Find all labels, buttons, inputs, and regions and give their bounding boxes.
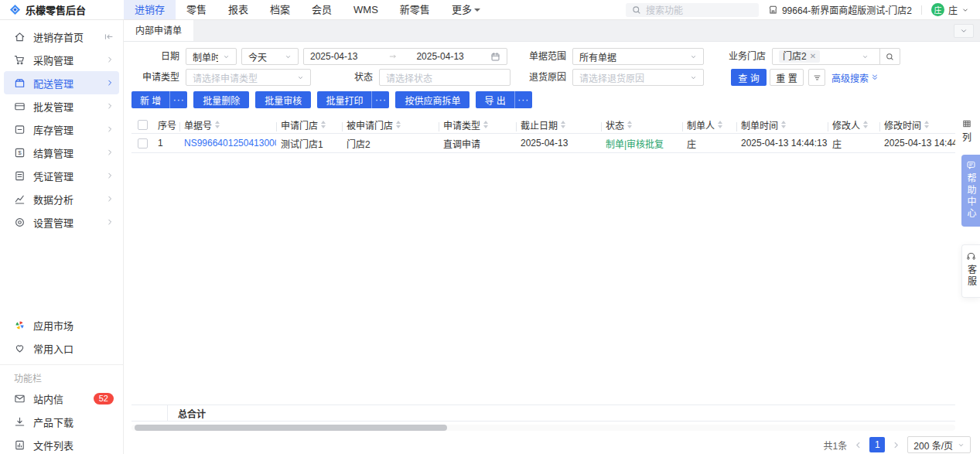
add-more-button[interactable]: ···: [169, 91, 187, 108]
split-by-supplier-button[interactable]: 按供应商拆单: [395, 91, 470, 108]
export-button[interactable]: 导 出: [476, 91, 514, 108]
summary-lead-cell: [131, 405, 168, 421]
status-input[interactable]: 请选择状态: [379, 69, 510, 86]
apply-type-select[interactable]: 请选择申请类型: [186, 69, 311, 86]
add-button[interactable]: 新 增: [131, 91, 169, 108]
col-header-modifier[interactable]: 修改人: [828, 118, 879, 131]
chevron-right-icon: [106, 148, 114, 156]
collapse-sidebar-icon[interactable]: [104, 32, 114, 42]
batch-audit-button[interactable]: 批量审核: [255, 91, 311, 108]
sidebar-item-distribution[interactable]: 配送管理: [4, 71, 119, 94]
nav-item-retail[interactable]: 零售: [176, 0, 217, 19]
sidebar-item-settings[interactable]: 设置管理: [0, 210, 123, 234]
col-header-apply-type[interactable]: 申请类型: [439, 118, 516, 131]
sidebar-item-product-download[interactable]: 产品下载: [0, 410, 123, 433]
col-header-doc-no[interactable]: 单据号: [179, 118, 276, 131]
table-row[interactable]: 1 NS99664012504130001 测试门店1 门店2 直调申请 202…: [131, 133, 955, 153]
col-header-status[interactable]: 状态: [601, 118, 682, 131]
prev-page-button[interactable]: [854, 441, 862, 449]
advanced-search-link[interactable]: 高级搜索: [831, 69, 879, 86]
search-input[interactable]: 搜索功能: [626, 3, 759, 17]
batch-print-button-group: 批量打印 ···: [317, 91, 389, 108]
sidebar-item-inbox[interactable]: 站内信 52: [0, 387, 123, 410]
column-settings-button[interactable]: 列: [958, 119, 976, 143]
nav-item-members[interactable]: 会员: [301, 0, 343, 19]
sidebar-item-procurement[interactable]: 采购管理: [0, 48, 123, 71]
store-search-button[interactable]: [879, 49, 900, 64]
nav-item-wms[interactable]: WMS: [343, 0, 389, 19]
sort-icon[interactable]: [483, 121, 488, 128]
chevron-right-icon: [106, 125, 114, 133]
sort-icon[interactable]: [321, 121, 326, 128]
batch-delete-button[interactable]: 批量删除: [193, 91, 249, 108]
next-page-button[interactable]: [892, 441, 900, 449]
sidebar-item-app-market[interactable]: 应用市场: [0, 313, 123, 336]
batch-print-button[interactable]: 批量打印: [317, 91, 371, 108]
sort-icon[interactable]: [396, 121, 401, 128]
export-button-group: 导 出 ···: [476, 91, 531, 108]
tab-internal-requisition[interactable]: 内部申请单: [124, 20, 193, 41]
sidebar-item-favorites[interactable]: 常用入口: [0, 336, 123, 360]
sidebar-item-voucher[interactable]: 凭证管理: [0, 164, 123, 187]
customer-service-tab[interactable]: 客服: [961, 244, 980, 298]
sidebar-item-settlement[interactable]: $ 结算管理: [0, 141, 123, 164]
col-header-deadline[interactable]: 截止日期: [516, 118, 601, 131]
sort-icon[interactable]: [781, 121, 786, 128]
sidebar-item-file-list[interactable]: 文件列表: [0, 433, 123, 454]
app-market-icon: [14, 319, 26, 331]
tenant-switcher[interactable]: 99664-新界面商超版测试-门店2: [768, 3, 912, 16]
col-header-apply-store[interactable]: 申请门店: [276, 118, 342, 131]
nav-item-archives[interactable]: 档案: [259, 0, 301, 19]
filter-scheme-button[interactable]: [808, 69, 825, 86]
date-type-select[interactable]: 制单时间: [186, 48, 237, 65]
sidebar-item-inventory[interactable]: 库存管理: [0, 118, 123, 141]
export-more-button[interactable]: ···: [514, 91, 532, 108]
sort-icon[interactable]: [718, 121, 722, 128]
col-header-created-at[interactable]: 制单时间: [736, 118, 828, 131]
date-range-input[interactable]: 2025-04-13 2025-04-13: [303, 48, 507, 65]
nav-item-new-retail[interactable]: 新零售: [389, 0, 441, 19]
sidebar-item-wholesale[interactable]: 批发管理: [0, 94, 123, 118]
col-header-creator[interactable]: 制单人: [682, 118, 736, 131]
sort-icon[interactable]: [627, 121, 632, 128]
col-header-requested-store[interactable]: 被申请门店: [342, 118, 439, 131]
sidebar-item-analytics[interactable]: 数据分析: [0, 187, 123, 210]
return-reason-select[interactable]: 请选择退货原因: [572, 69, 704, 86]
reset-button[interactable]: 重 置: [770, 69, 804, 86]
deadline-cell: 2025-04-13: [516, 138, 601, 148]
col-header-modified-at[interactable]: 修改时间: [879, 118, 955, 131]
app-logo[interactable]: 乐檬零售后台: [0, 2, 124, 17]
search-placeholder: 搜索功能: [646, 3, 683, 16]
query-button[interactable]: 查 询: [731, 69, 767, 86]
nav-item-purchase-sale-stock[interactable]: 进销存: [124, 0, 176, 19]
doc-no-link[interactable]: NS99664012504130001: [184, 138, 276, 148]
select-all-checkbox[interactable]: [138, 120, 148, 130]
row-checkbox[interactable]: [138, 138, 148, 148]
page-size-select[interactable]: 200 条/页: [907, 436, 971, 453]
remove-tag-icon[interactable]: ✕: [810, 50, 816, 63]
arrow-right-icon: [388, 53, 398, 60]
date-preset-select[interactable]: 今天: [241, 48, 299, 65]
nav-item-more[interactable]: 更多: [441, 0, 491, 19]
user-menu[interactable]: 庄 庄: [931, 3, 969, 16]
batch-print-more-button[interactable]: ···: [371, 91, 389, 108]
store-select[interactable]: 门店2 ✕: [772, 48, 900, 65]
sort-icon[interactable]: [561, 121, 565, 128]
sort-icon[interactable]: [215, 121, 220, 128]
date-to: 2025-04-13: [416, 51, 463, 62]
horizontal-scrollbar[interactable]: [131, 425, 955, 431]
sort-icon[interactable]: [863, 121, 868, 128]
created-at-cell: 2025-04-13 14:44:13: [736, 138, 828, 148]
nav-item-reports[interactable]: 报表: [217, 0, 259, 19]
scrollbar-thumb[interactable]: [135, 425, 447, 431]
tab-bar: 内部申请单: [124, 20, 980, 42]
sidebar-item-home[interactable]: 进销存首页: [0, 25, 123, 48]
help-center-label: 帮助中心: [966, 173, 975, 220]
scope-filter-label: 单据范围: [504, 48, 566, 65]
tabbar-collapse-button[interactable]: [954, 24, 974, 38]
help-center-tab[interactable]: 帮助中心: [961, 155, 980, 227]
store-filter-label: 业务门店: [719, 48, 766, 65]
page-number-button[interactable]: 1: [869, 437, 885, 452]
scope-select[interactable]: 所有单据: [572, 48, 704, 65]
sort-icon[interactable]: [924, 121, 929, 128]
